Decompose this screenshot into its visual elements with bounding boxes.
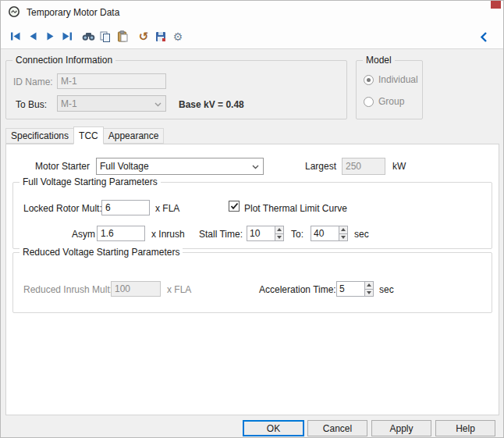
reduced-voltage-group-label: Reduced Voltage Starting Parameters xyxy=(20,247,183,258)
stall-time-label: Stall Time: xyxy=(199,229,243,240)
temporary-motor-data-dialog: Temporary Motor Data xyxy=(0,0,504,438)
collapse-panel-icon[interactable] xyxy=(478,30,489,43)
spin-down-icon[interactable] xyxy=(365,290,373,297)
tab-specifications[interactable]: Specifications xyxy=(5,128,74,144)
to-bus-value: M-1 xyxy=(61,98,77,109)
acceleration-time-field[interactable] xyxy=(337,282,364,296)
acceleration-time-label: Acceleration Time: xyxy=(259,284,336,295)
model-group-label: Model xyxy=(363,55,395,66)
acceleration-spin-buttons xyxy=(364,282,373,296)
stall-time-spin-buttons xyxy=(275,226,283,240)
reduced-inrush-unit-label: x FLA xyxy=(167,284,191,295)
motor-starter-value: Full Voltage xyxy=(100,161,149,172)
tcc-tab-panel: Motor Starter Full Voltage Largest kW Fu… xyxy=(5,144,499,415)
stall-to-field[interactable] xyxy=(311,226,339,240)
asym-label: Asym xyxy=(72,229,95,240)
to-bus-label: To Bus: xyxy=(16,99,47,110)
find-icon[interactable] xyxy=(81,29,95,45)
acceleration-time-spinner xyxy=(336,281,374,297)
apply-button[interactable]: Apply xyxy=(371,420,431,436)
settings-icon[interactable]: ⚙ xyxy=(171,29,185,45)
radio-group-label: Group xyxy=(378,96,404,107)
largest-unit-label: kW xyxy=(392,161,406,172)
motor-starter-label: Motor Starter xyxy=(35,161,90,172)
to-bus-combobox[interactable]: M-1 xyxy=(57,95,166,112)
stall-time-spinner xyxy=(247,226,284,241)
window-edge-artifact xyxy=(491,1,501,9)
spin-up-icon[interactable] xyxy=(339,226,347,234)
motor-starter-combobox[interactable]: Full Voltage xyxy=(96,158,264,175)
tab-appearance[interactable]: Appearance xyxy=(103,128,165,144)
connection-information-group: Connection Information ID Name: To Bus: … xyxy=(5,60,347,119)
id-name-field[interactable] xyxy=(57,73,166,89)
window-title: Temporary Motor Data xyxy=(27,7,119,18)
plot-thermal-label: Plot Thermal Limit Curve xyxy=(244,203,347,214)
model-group: Model Individual Group xyxy=(356,60,423,119)
largest-field[interactable] xyxy=(342,158,385,175)
stall-to-spin-buttons xyxy=(339,226,347,240)
undo-icon[interactable]: ↺ xyxy=(137,29,151,45)
spin-down-icon[interactable] xyxy=(275,234,283,241)
locked-rotor-label: Locked Rotor Mult: xyxy=(23,203,102,214)
record-toolbar: ↺ ⚙ xyxy=(1,24,503,49)
radio-individual[interactable]: Individual xyxy=(364,74,418,85)
tab-strip: Specifications TCC Appearance xyxy=(5,126,163,144)
chevron-down-icon xyxy=(252,161,259,172)
acceleration-unit-label: sec xyxy=(379,284,394,295)
spin-up-icon[interactable] xyxy=(365,282,373,290)
connection-group-label: Connection Information xyxy=(12,55,115,66)
help-button[interactable]: Help xyxy=(435,420,495,436)
reduced-inrush-field[interactable] xyxy=(111,281,161,297)
first-record-icon[interactable] xyxy=(9,29,23,45)
stall-time-field[interactable] xyxy=(247,226,275,240)
tab-tcc[interactable]: TCC xyxy=(73,126,104,144)
paste-icon[interactable] xyxy=(115,29,130,45)
previous-record-icon[interactable] xyxy=(26,29,40,45)
last-record-icon[interactable] xyxy=(60,29,74,45)
radio-individual-label: Individual xyxy=(378,74,418,85)
asym-unit-label: x Inrush xyxy=(151,229,185,240)
save-options-icon[interactable] xyxy=(154,29,168,45)
base-kv-label: Base kV = 0.48 xyxy=(179,99,244,110)
radio-group[interactable]: Group xyxy=(364,96,404,107)
largest-label: Largest xyxy=(305,161,336,172)
asym-field[interactable] xyxy=(97,226,145,241)
plot-thermal-checkbox[interactable] xyxy=(229,201,240,212)
title-bar: Temporary Motor Data xyxy=(1,1,503,24)
stall-to-spinner xyxy=(311,226,348,241)
cancel-button[interactable]: Cancel xyxy=(307,420,367,436)
reduced-inrush-label: Reduced Inrush Mult: xyxy=(23,284,112,295)
locked-rotor-unit-label: x FLA xyxy=(155,203,179,214)
chevron-down-icon xyxy=(154,98,161,109)
spin-down-icon[interactable] xyxy=(339,234,347,241)
next-record-icon[interactable] xyxy=(43,29,57,45)
id-name-label: ID Name: xyxy=(13,77,53,87)
motor-icon xyxy=(8,5,20,20)
locked-rotor-field[interactable] xyxy=(101,200,150,215)
full-voltage-group-label: Full Voltage Starting Parameters xyxy=(20,176,161,187)
spin-up-icon[interactable] xyxy=(275,226,283,234)
stall-to-label: To: xyxy=(291,229,303,240)
stall-unit-label: sec xyxy=(354,229,369,240)
full-voltage-parameters-group: Full Voltage Starting Parameters Locked … xyxy=(12,182,492,249)
reduced-voltage-parameters-group: Reduced Voltage Starting Parameters Redu… xyxy=(12,252,492,313)
ok-button[interactable]: OK xyxy=(243,420,304,436)
copy-icon[interactable] xyxy=(98,29,112,45)
radio-individual-circle[interactable] xyxy=(364,75,374,85)
radio-group-circle[interactable] xyxy=(364,97,374,107)
